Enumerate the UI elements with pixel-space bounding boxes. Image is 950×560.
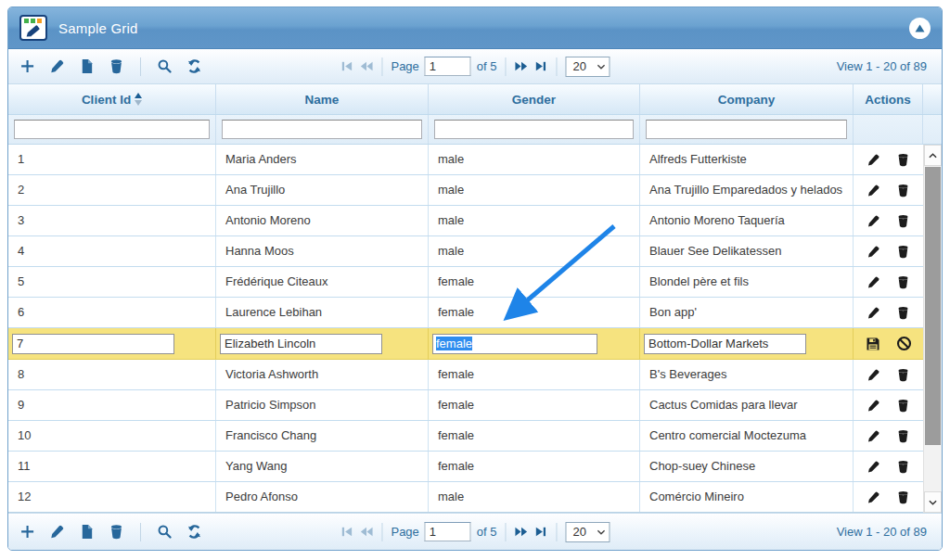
scroll-up-button[interactable] [924,145,942,166]
row-save-button[interactable] [866,337,880,351]
first-page-button[interactable] [340,59,353,73]
filter-input-gender[interactable] [434,120,634,139]
delete-record-button[interactable] [109,524,124,540]
edit-company-input[interactable] [644,334,806,354]
page-size-value: 20 [573,59,586,73]
cell-name: Pedro Afonso [216,482,429,512]
row-edit-button[interactable] [867,399,880,413]
table-row[interactable]: 9 Patricio Simpson female Cactus Comidas… [8,390,923,421]
top-toolbar: Page of 5 20 View 1 - 20 of 89 [8,49,942,84]
table-row-editing[interactable]: female [8,328,923,360]
table-row[interactable]: 2 Ana Trujillo male Ana Trujillo Empared… [8,175,923,206]
last-page-button[interactable] [534,525,548,539]
vertical-scrollbar[interactable] [923,145,942,513]
edit-name-input[interactable] [220,334,382,354]
row-cancel-button[interactable] [896,336,912,351]
row-delete-button[interactable] [896,153,910,167]
column-header-company[interactable]: Company [640,84,854,114]
bottom-toolbar: Page of 5 20 View 1 - 20 of 89 [8,513,942,550]
row-delete-button[interactable] [896,490,910,504]
row-delete-button[interactable] [896,460,910,474]
row-delete-button[interactable] [896,184,910,197]
row-edit-button[interactable] [867,184,880,197]
delete-record-button[interactable] [109,58,124,74]
row-edit-button[interactable] [867,214,880,228]
add-record-button[interactable] [19,58,35,74]
pager-separator [506,523,507,541]
chevron-down-icon [929,500,937,505]
row-edit-button[interactable] [867,368,880,382]
add-record-button[interactable] [19,524,35,540]
sort-indicator-icon [135,93,142,106]
edit-record-button[interactable] [49,524,65,540]
cell-gender: female [429,360,640,389]
cell-client-id: 6 [8,298,216,327]
next-page-button[interactable] [515,59,529,73]
filter-input-name[interactable] [222,120,422,139]
table-row[interactable]: 3 Antonio Moreno male Antonio Moreno Taq… [8,206,923,236]
cell-client-id: 9 [8,390,216,420]
cell-gender: female [429,298,640,327]
view-record-button[interactable] [79,524,95,540]
row-delete-button[interactable] [896,399,910,413]
edit-record-button[interactable] [49,58,65,74]
scrollbar-thumb[interactable] [925,167,941,445]
row-delete-button[interactable] [896,245,910,259]
row-edit-button[interactable] [867,429,880,443]
page-size-select[interactable]: 20 [566,57,610,77]
table-row[interactable]: 10 Francisco Chang female Centro comerci… [8,421,923,452]
collapse-button[interactable] [909,18,931,39]
column-header-gender[interactable]: Gender [429,84,640,114]
row-edit-button[interactable] [867,245,880,259]
filter-input-company[interactable] [646,120,847,139]
table-row[interactable]: 12 Pedro Afonso male Comércio Mineiro [8,482,923,513]
column-header-name[interactable]: Name [216,84,429,114]
row-edit-button[interactable] [867,306,880,320]
cell-name: Hanna Moos [216,236,429,266]
cell-client-id: 12 [8,482,216,512]
table-row[interactable]: 8 Victoria Ashworth female B's Beverages [8,360,923,390]
page-size-select[interactable]: 20 [566,522,610,542]
row-edit-button[interactable] [867,490,880,504]
search-button[interactable] [157,524,173,540]
table-row[interactable]: 1 Maria Anders male Alfreds Futterkiste [8,145,923,175]
edit-client-id-input[interactable] [12,334,174,354]
cell-gender: female [429,267,640,297]
search-button[interactable] [157,58,173,74]
page-number-input[interactable] [425,57,471,76]
prev-page-button[interactable] [359,59,373,73]
edit-gender-input[interactable]: female [432,334,597,354]
first-page-button[interactable] [340,525,353,539]
row-delete-button[interactable] [896,275,910,289]
row-edit-button[interactable] [867,153,880,167]
row-edit-button[interactable] [867,460,880,474]
table-row[interactable]: 6 Laurence Lebihan female Bon app' [8,298,923,328]
row-delete-button[interactable] [896,429,910,443]
page-total-label: of 5 [477,59,497,73]
row-edit-button[interactable] [867,275,880,289]
page-number-input[interactable] [425,522,471,541]
row-delete-button[interactable] [896,214,910,228]
pager-separator [381,57,382,76]
page-label: Page [391,59,418,73]
filter-input-client-id[interactable] [14,120,210,139]
toolbar-separator [140,523,141,541]
row-delete-button[interactable] [896,368,910,382]
cell-client-id: 5 [8,267,216,297]
cell-gender: female [429,390,640,420]
reload-button[interactable] [186,58,202,74]
cell-gender: male [429,236,640,266]
next-page-button[interactable] [515,525,529,539]
cell-company: Alfreds Futterkiste [640,145,854,174]
column-header-client-id[interactable]: Client Id [8,84,216,114]
table-row[interactable]: 5 Frédérique Citeaux female Blondel père… [8,267,923,298]
scroll-down-button[interactable] [924,491,942,513]
row-delete-button[interactable] [896,306,910,320]
view-record-button[interactable] [79,58,95,74]
table-row[interactable]: 11 Yang Wang female Chop-suey Chinese [8,452,923,482]
last-page-button[interactable] [534,59,548,73]
chevron-up-icon [929,153,937,159]
prev-page-button[interactable] [359,525,373,539]
reload-button[interactable] [186,524,202,540]
table-row[interactable]: 4 Hanna Moos male Blauer See Delikatesse… [8,236,923,267]
